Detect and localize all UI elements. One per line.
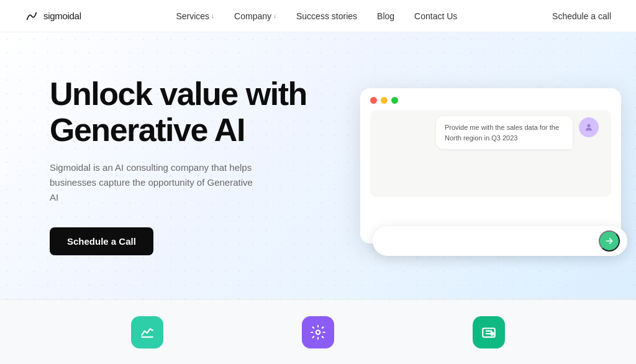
navbar: sigmoidal Services ↓ Company ↓ Success s…: [0, 0, 636, 32]
logo-icon: [25, 9, 39, 23]
user-avatar: [579, 117, 599, 137]
nav-link-blog[interactable]: Blog: [377, 11, 394, 21]
send-arrow-icon: [604, 236, 614, 246]
nav-link-success[interactable]: Success stories: [296, 11, 357, 21]
nav-item-contact[interactable]: Contact Us: [414, 11, 457, 21]
gear-icon: [310, 324, 326, 340]
service-card-settings[interactable]: [302, 316, 334, 348]
nav-item-services[interactable]: Services ↓: [176, 11, 214, 21]
service-card-ai[interactable]: [473, 316, 505, 348]
nav-link-contact[interactable]: Contact Us: [414, 11, 457, 21]
chat-demo-wrapper: Provide me with the sales data for the N…: [335, 88, 621, 243]
svg-point-0: [587, 124, 590, 127]
window-expand-dot: [391, 97, 398, 104]
window-close-dot: [370, 97, 377, 104]
ai-icon: [481, 324, 497, 340]
hero-section: Unlock value with Generative AI Sigmoida…: [0, 32, 636, 299]
avatar-icon: [584, 122, 594, 132]
svg-point-2: [316, 330, 320, 334]
svg-point-4: [491, 332, 493, 335]
hero-subtitle: Sigmoidal is an AI consulting company th…: [50, 160, 261, 205]
hero-cta-button[interactable]: Schedule a Call: [50, 227, 153, 255]
nav-links: Services ↓ Company ↓ Success stories Blo…: [176, 11, 457, 21]
nav-link-company[interactable]: Company ↓: [234, 11, 276, 21]
chat-body: Provide me with the sales data for the N…: [370, 110, 611, 197]
service-card-analytics[interactable]: [131, 316, 163, 348]
logo-text: sigmoidal: [43, 11, 81, 21]
logo[interactable]: sigmoidal: [25, 9, 81, 23]
analytics-icon: [139, 324, 155, 340]
chat-bubble: Provide me with the sales data for the N…: [436, 116, 573, 149]
nav-schedule-call[interactable]: Schedule a call: [552, 11, 611, 21]
chat-send-button[interactable]: [599, 230, 620, 252]
chat-window: Provide me with the sales data for the N…: [360, 88, 621, 243]
window-minimize-dot: [381, 97, 388, 104]
chevron-down-icon: ↓: [211, 12, 214, 19]
nav-item-blog[interactable]: Blog: [377, 11, 394, 21]
nav-item-success[interactable]: Success stories: [296, 11, 357, 21]
hero-title: Unlock value with Generative AI: [50, 76, 335, 147]
chevron-down-icon: ↓: [273, 12, 276, 19]
chat-window-header: [360, 88, 621, 110]
nav-link-services[interactable]: Services ↓: [176, 11, 214, 21]
nav-item-company[interactable]: Company ↓: [234, 11, 276, 21]
chat-input-bar[interactable]: [373, 226, 627, 256]
bottom-section: [0, 299, 636, 364]
hero-content: Unlock value with Generative AI Sigmoida…: [50, 76, 335, 255]
